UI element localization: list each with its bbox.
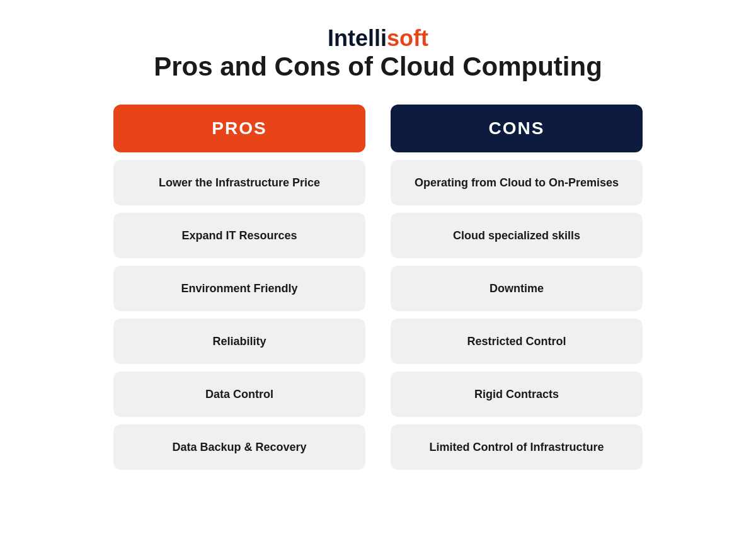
pros-item-1: Lower the Infrastructure Price: [113, 160, 365, 205]
columns-container: PROS Lower the Infrastructure Price Expa…: [50, 105, 706, 470]
logo-soft: soft: [387, 25, 428, 51]
page-title: Pros and Cons of Cloud Computing: [154, 52, 602, 82]
pros-item-5: Data Control: [113, 372, 365, 417]
pros-item-2: Expand IT Resources: [113, 213, 365, 258]
pros-header: PROS: [113, 105, 365, 152]
cons-header: CONS: [391, 105, 643, 152]
logo: Intellisoft: [328, 25, 428, 52]
cons-item-4: Restricted Control: [391, 319, 643, 364]
cons-item-2: Cloud specialized skills: [391, 213, 643, 258]
pros-item-4: Reliability: [113, 319, 365, 364]
pros-column: PROS Lower the Infrastructure Price Expa…: [113, 105, 365, 470]
cons-item-1: Operating from Cloud to On-Premises: [391, 160, 643, 205]
cons-item-5: Rigid Contracts: [391, 372, 643, 417]
logo-intelli: Intelli: [328, 25, 387, 51]
cons-item-6: Limited Control of Infrastructure: [391, 424, 643, 470]
cons-item-3: Downtime: [391, 266, 643, 311]
cons-column: CONS Operating from Cloud to On-Premises…: [391, 105, 643, 470]
pros-item-3: Environment Friendly: [113, 266, 365, 311]
pros-item-6: Data Backup & Recovery: [113, 424, 365, 470]
